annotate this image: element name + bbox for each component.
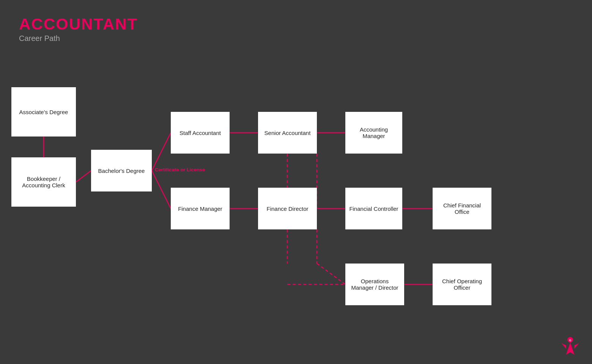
node-operations-manager: Operations Manager / Director [345,264,404,305]
node-finance-director: Finance Director [258,188,317,229]
svg-line-2 [152,133,171,171]
svg-marker-17 [566,342,575,355]
svg-line-3 [152,171,171,209]
page-title: ACCOUNTANT [19,15,138,33]
svg-text:G: G [569,339,572,342]
node-coo: Chief Operating Officer [433,264,491,305]
svg-line-13 [317,264,345,284]
node-bookkeeper: Bookkeeper / Accounting Clerk [11,157,76,207]
svg-marker-18 [562,343,566,349]
svg-line-1 [76,171,91,182]
connections-svg [0,0,592,364]
node-finance-manager: Finance Manager [171,188,230,229]
node-associates: Associate's Degree [11,87,76,136]
svg-marker-19 [575,343,579,349]
cert-label: Certificate or License [155,167,205,173]
node-staff-accountant: Staff Accountant [171,112,230,154]
page-subtitle: Career Path [19,34,138,43]
node-senior-accountant: Senior Accountant [258,112,317,154]
node-bachelors: Bachelor's Degree [91,150,152,191]
logo: G [560,336,581,356]
header: ACCOUNTANT Career Path [19,15,138,43]
node-accounting-manager: Accounting Manager [345,112,402,154]
node-financial-controller: Financial Controller [345,188,402,229]
node-cfo: Chief Financial Office [433,188,491,229]
